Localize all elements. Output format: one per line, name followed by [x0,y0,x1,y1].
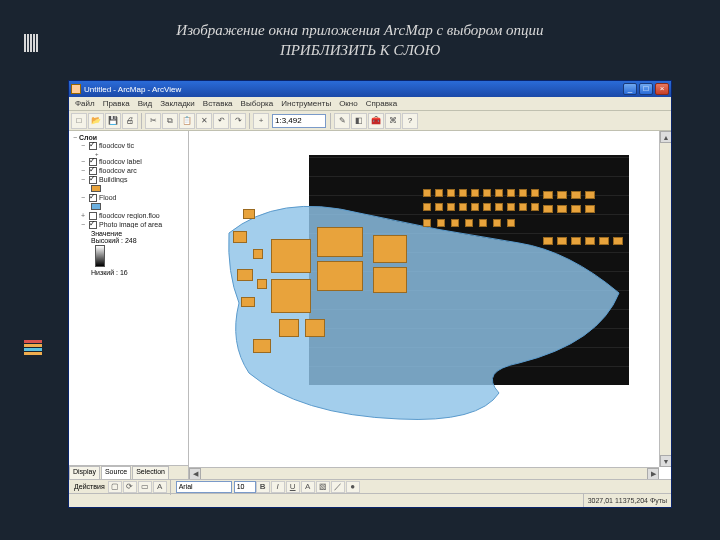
expand-icon[interactable]: + [79,212,87,219]
checkbox-icon[interactable] [89,176,97,184]
slide-caption: Изображение окна приложения ArcMap с выб… [0,0,720,75]
menu-file[interactable]: Файл [71,99,99,108]
line-color-icon[interactable]: ／ [331,481,345,493]
text-tool-icon[interactable]: A [153,481,167,493]
layer-floodcov-tic[interactable]: − floodcov tic [71,142,186,150]
bold-button[interactable]: B [256,481,270,493]
raster-high-label: Высокий : 248 [91,237,186,244]
layer-photo-image[interactable]: − Photo image of area [71,221,186,229]
redo-icon[interactable]: ↷ [230,113,246,129]
layer-flood[interactable]: − Flood [71,194,186,202]
font-select[interactable]: Arial [176,481,232,493]
horizontal-scrollbar[interactable]: ◀ ▶ [189,467,659,479]
table-of-contents: − Слои − floodcov tic + − floodcov label… [69,131,189,479]
caption-line1: Изображение окна приложения ArcMap с выб… [176,22,543,38]
minimize-button[interactable]: _ [623,83,637,95]
copy-icon[interactable]: ⧉ [162,113,178,129]
raster-value-label: Значение [91,230,186,237]
editor-toolbar-icon[interactable]: ✎ [334,113,350,129]
slide-decor-stripes-left [24,340,42,356]
toc-tree[interactable]: − Слои − floodcov tic + − floodcov label… [69,131,188,465]
layer-label: floodcov tic [99,142,186,149]
font-size-select[interactable]: 10 [234,481,256,493]
arcmap-icon [71,84,81,94]
menu-insert[interactable]: Вставка [199,99,237,108]
close-button[interactable]: × [655,83,669,95]
expand-icon[interactable]: − [79,167,87,174]
buildings-swatch [91,185,101,192]
fill-color-icon[interactable]: ▧ [316,481,330,493]
arccatalog-icon[interactable]: ◧ [351,113,367,129]
rotate-icon[interactable]: ⟳ [123,481,137,493]
map-view[interactable]: ▲ ▼ ◀ ▶ [189,131,671,479]
menu-help[interactable]: Справка [362,99,401,108]
help-icon[interactable]: ? [402,113,418,129]
layer-label: floodcov arc [99,167,186,174]
arcmap-window: Untitled - ArcMap - ArcView _ □ × Файл П… [68,80,672,508]
expand-icon[interactable]: − [79,176,87,183]
expand-icon[interactable]: − [79,221,87,228]
delete-icon[interactable]: ✕ [196,113,212,129]
scroll-up-icon[interactable]: ▲ [660,131,671,143]
tab-display[interactable]: Display [69,466,100,479]
layer-label: floodcov label [99,158,186,165]
map-canvas[interactable] [219,149,653,469]
scale-input[interactable]: 1:3,492 [272,114,326,128]
raster-low-label: Низкий : 16 [91,269,186,276]
add-data-icon[interactable]: + [253,113,269,129]
underline-button[interactable]: U [286,481,300,493]
marker-color-icon[interactable]: ● [346,481,360,493]
menubar: Файл Правка Вид Закладки Вставка Выборка… [69,97,671,111]
scroll-down-icon[interactable]: ▼ [660,455,671,467]
print-icon[interactable]: 🖨 [122,113,138,129]
draw-shape-icon[interactable]: ▭ [138,481,152,493]
checkbox-icon[interactable] [89,221,97,229]
workarea: − Слои − floodcov tic + − floodcov label… [69,131,671,479]
titlebar[interactable]: Untitled - ArcMap - ArcView _ □ × [69,81,671,97]
layer-label: Photo image of area [99,221,186,228]
checkbox-icon[interactable] [89,194,97,202]
undo-icon[interactable]: ↶ [213,113,229,129]
cut-icon[interactable]: ✂ [145,113,161,129]
font-color-icon[interactable]: A [301,481,315,493]
slide-decor-stripes-top [24,34,39,52]
save-icon[interactable]: 💾 [105,113,121,129]
layer-label: floodcov region.floo [99,212,186,219]
menu-bookmarks[interactable]: Закладки [156,99,199,108]
italic-button[interactable]: I [271,481,285,493]
menu-edit[interactable]: Правка [99,99,134,108]
toc-tabs: Display Source Selection [69,465,188,479]
expand-icon[interactable]: − [79,142,87,149]
checkbox-icon[interactable] [89,142,97,150]
menu-tools[interactable]: Инструменты [277,99,335,108]
caption-line2: ПРИБЛИЗИТЬ К СЛОЮ [280,42,440,58]
standard-toolbar: □ 📂 💾 🖨 ✂ ⧉ 📋 ✕ ↶ ↷ + 1:3,492 ✎ ◧ 🧰 ⌘ ? [69,111,671,131]
expand-icon[interactable]: − [79,194,87,201]
symbol-point: + [95,151,186,157]
menu-view[interactable]: Вид [134,99,156,108]
coordinates-readout: 3027,01 11375,204 Футы [583,494,671,507]
menu-selection[interactable]: Выборка [237,99,278,108]
select-element-icon[interactable]: ▢ [108,481,122,493]
expand-icon[interactable]: − [71,134,79,141]
flood-swatch [91,203,101,210]
tab-selection[interactable]: Selection [132,466,169,479]
layer-buildings[interactable]: − Buildings [71,176,186,184]
expand-icon[interactable]: − [79,158,87,165]
open-icon[interactable]: 📂 [88,113,104,129]
scroll-right-icon[interactable]: ▶ [647,468,659,479]
paste-icon[interactable]: 📋 [179,113,195,129]
layer-label: Buildings [99,176,186,183]
vertical-scrollbar[interactable]: ▲ ▼ [659,131,671,467]
new-icon[interactable]: □ [71,113,87,129]
scroll-left-icon[interactable]: ◀ [189,468,201,479]
command-line-icon[interactable]: ⌘ [385,113,401,129]
maximize-button[interactable]: □ [639,83,653,95]
raster-gradient-swatch [95,245,105,267]
menu-window[interactable]: Окно [335,99,362,108]
statusbar: 3027,01 11375,204 Футы [69,493,671,507]
toolbox-icon[interactable]: 🧰 [368,113,384,129]
draw-label[interactable]: Действия [71,483,108,490]
tab-source[interactable]: Source [101,466,131,479]
buildings-layer [223,179,643,419]
